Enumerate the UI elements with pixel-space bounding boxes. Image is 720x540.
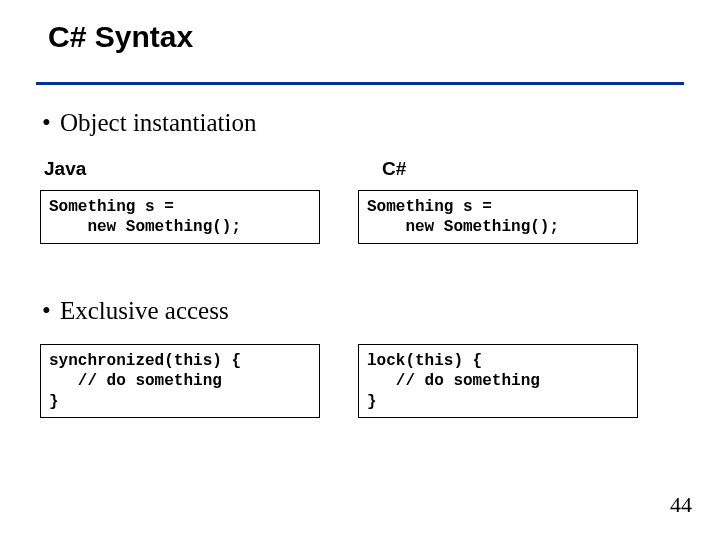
label-java: Java [44, 158, 86, 180]
code-csharp-instantiation: Something s = new Something(); [358, 190, 638, 244]
bullet-dot-icon: • [42, 296, 60, 326]
bullet-exclusive-access: •Exclusive access [42, 296, 229, 326]
code-java-instantiation: Something s = new Something(); [40, 190, 320, 244]
bullet-text: Object instantiation [60, 109, 256, 136]
slide: C# Syntax •Object instantiation Java C# … [0, 0, 720, 540]
code-csharp-exclusive: lock(this) { // do something } [358, 344, 638, 418]
bullet-object-instantiation: •Object instantiation [42, 108, 256, 138]
bullet-text: Exclusive access [60, 297, 229, 324]
label-csharp: C# [382, 158, 406, 180]
bullet-dot-icon: • [42, 108, 60, 138]
page-number: 44 [670, 492, 692, 518]
title-underline [36, 82, 684, 85]
slide-title: C# Syntax [48, 20, 193, 54]
code-java-exclusive: synchronized(this) { // do something } [40, 344, 320, 418]
